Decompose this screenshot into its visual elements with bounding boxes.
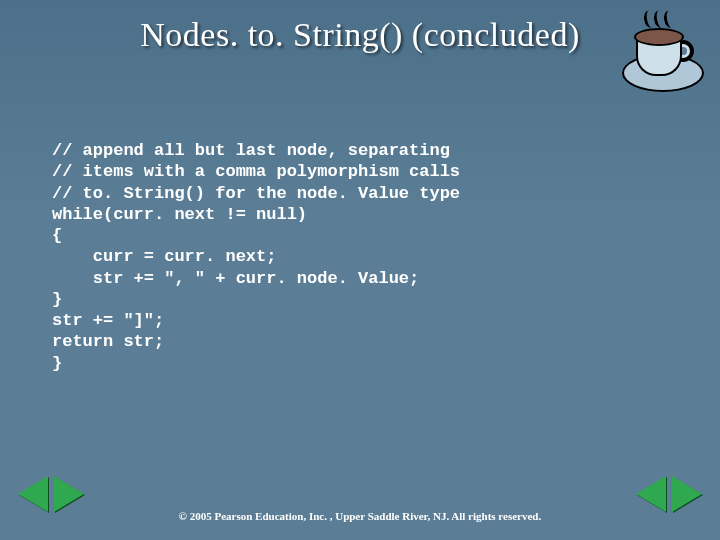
next-arrow-icon[interactable] — [54, 476, 84, 512]
java-cup-icon — [618, 12, 704, 98]
nav-left — [18, 476, 84, 512]
next-arrow-icon[interactable] — [672, 476, 702, 512]
slide: Nodes. to. String() (concluded) // appen… — [0, 0, 720, 540]
footer-copyright: © 2005 Pearson Education, Inc. , Upper S… — [0, 510, 720, 522]
code-block: // append all but last node, separating … — [52, 140, 460, 374]
nav-right — [636, 476, 702, 512]
prev-arrow-icon[interactable] — [18, 476, 48, 512]
prev-arrow-icon[interactable] — [636, 476, 666, 512]
page-title: Nodes. to. String() (concluded) — [0, 16, 720, 54]
